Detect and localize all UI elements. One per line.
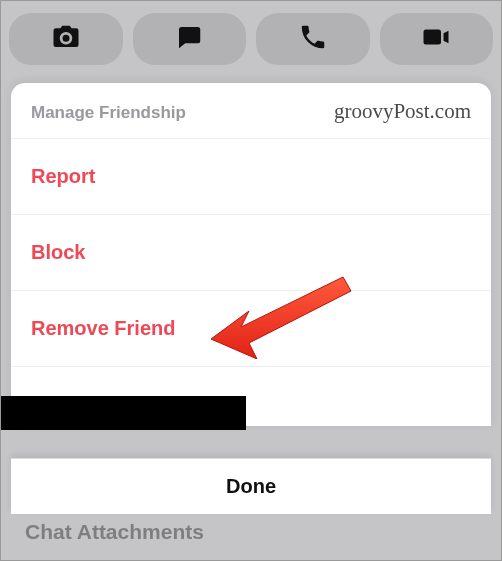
- sheet-title: Manage Friendship: [31, 103, 186, 123]
- manage-friendship-sheet: Manage Friendship groovyPost.com Report …: [11, 83, 491, 426]
- camera-icon: [51, 22, 81, 56]
- background-section-label: Chat Attachments: [25, 520, 204, 544]
- menu-item-report[interactable]: Report: [11, 139, 491, 215]
- chat-icon: [174, 22, 204, 56]
- done-label: Done: [226, 475, 276, 498]
- video-button[interactable]: [380, 13, 494, 65]
- chat-toolbar: [1, 1, 501, 85]
- phone-icon: [298, 22, 328, 56]
- sheet-header: Manage Friendship groovyPost.com: [11, 83, 491, 139]
- menu-item-remove-friend[interactable]: Remove Friend: [11, 291, 491, 367]
- done-button[interactable]: Done: [11, 458, 491, 514]
- menu-item-label: Block: [31, 241, 85, 263]
- video-icon: [421, 22, 451, 56]
- menu-item-label: Remove Friend: [31, 317, 175, 339]
- camera-button[interactable]: [9, 13, 123, 65]
- menu-item-block[interactable]: Block: [11, 215, 491, 291]
- watermark-text: groovyPost.com: [334, 99, 471, 124]
- menu-item-label: Report: [31, 165, 95, 187]
- redaction-block: [1, 396, 246, 430]
- chat-button[interactable]: [133, 13, 247, 65]
- phone-button[interactable]: [256, 13, 370, 65]
